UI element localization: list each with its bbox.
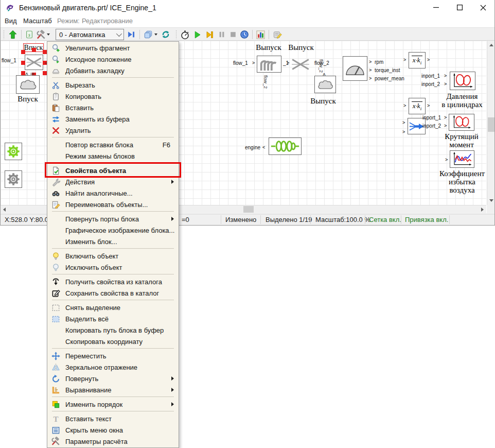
- stopwatch-button[interactable]: [179, 29, 190, 40]
- menu-item-rotate-block-ports[interactable]: Повернуть порты блока: [47, 213, 179, 225]
- menu-item-paste[interactable]: Вставить: [47, 102, 179, 113]
- menu-item-disable-object[interactable]: Исключить объект: [47, 262, 179, 273]
- tools-dropdown[interactable]: [45, 29, 51, 40]
- menu-item-change-order[interactable]: Изменить порядок: [47, 399, 179, 410]
- block-averager-2[interactable]: x·ki: [409, 98, 426, 114]
- menu-item-block-graphic[interactable]: Графическое изображение блока...: [47, 225, 179, 236]
- menu-item-repeat-block-insert[interactable]: Повтор вставки блокаF6: [47, 139, 179, 150]
- grid-status[interactable]: Сетка вкл.: [369, 216, 401, 223]
- menu-item-block-replace-mode[interactable]: Режим замены блоков: [47, 150, 179, 162]
- block-gear-green[interactable]: [5, 143, 22, 160]
- submenu-arrow-icon: [171, 217, 174, 221]
- menu-item-copy[interactable]: Копировать: [47, 91, 179, 102]
- step-forward-icon: [205, 30, 214, 39]
- block-formula: x·ki: [412, 101, 422, 111]
- menu-item-move[interactable]: Переместить: [47, 350, 179, 361]
- pipes-icon: [258, 57, 280, 72]
- menubar: Вид Масштаб Режим: Редактирование: [1, 15, 494, 27]
- toolbar-grip[interactable]: [3, 30, 5, 39]
- selection-handle[interactable]: [43, 71, 47, 75]
- app-logo-icon: [6, 4, 15, 13]
- block-chart-torque[interactable]: [449, 114, 474, 131]
- block-engine[interactable]: [269, 137, 302, 155]
- menu-item-delete[interactable]: Удалить: [47, 125, 179, 136]
- block-intake-source[interactable]: [16, 75, 40, 94]
- step-into-button[interactable]: [126, 29, 137, 40]
- simulation-time-button[interactable]: [239, 29, 250, 40]
- menu-item-insert-text[interactable]: Вставить текст: [47, 413, 179, 424]
- block-gear-gray[interactable]: [5, 170, 22, 188]
- menu-item-clear-selection[interactable]: Снять выделение: [47, 302, 179, 313]
- menu-separator: [52, 137, 174, 137]
- menu-item-rename-objects[interactable]: Переименовать объекты...: [47, 199, 179, 210]
- pause-button[interactable]: [216, 29, 227, 40]
- menu-item-copy-coordinate[interactable]: Скопировать координату: [47, 336, 179, 347]
- menu-item-actions[interactable]: Действия: [47, 176, 179, 187]
- menu-vid[interactable]: Вид: [5, 17, 17, 25]
- port-label: inport_2: [421, 81, 440, 87]
- menu-item-add-bookmark[interactable]: Добавить закладку: [47, 65, 179, 76]
- menu-masshtab[interactable]: Масштаб: [23, 17, 52, 25]
- throttle-valve-icon: [25, 57, 43, 68]
- menu-item-object-properties[interactable]: Свойства объекта: [47, 165, 179, 176]
- menu-item-save-properties-to-catalog[interactable]: Сохранить свойства в каталог: [47, 287, 179, 299]
- minimize-button[interactable]: [426, 0, 446, 15]
- scroll-up-icon[interactable]: [489, 44, 493, 46]
- calc-database-button[interactable]: [272, 29, 283, 40]
- menu-item-zoom-fragment[interactable]: Увеличить фрагмент: [47, 42, 179, 54]
- dropdown-arrow-icon: [47, 33, 50, 36]
- menu-item-rotate[interactable]: Повернуть: [47, 373, 179, 384]
- block-gauge[interactable]: [343, 56, 367, 81]
- scroll-left-icon[interactable]: [3, 208, 6, 212]
- charts-button[interactable]: [255, 29, 266, 40]
- menu-item-hide-window-menu[interactable]: Скрыть меню окна: [47, 424, 179, 436]
- stop-button[interactable]: [227, 29, 239, 40]
- go-to-parent-button[interactable]: [7, 29, 19, 40]
- menu-item-enable-object[interactable]: Включить объект: [47, 250, 179, 262]
- block-averager-1[interactable]: x·ki: [409, 52, 426, 68]
- selection-handle[interactable]: [21, 61, 25, 65]
- block-formula: x·ki: [412, 56, 422, 65]
- maximize-button[interactable]: [449, 0, 470, 15]
- selection-handle[interactable]: [32, 48, 36, 52]
- menu-item-select-all[interactable]: Выделить всё: [47, 313, 179, 324]
- block-caption: Выпуск: [288, 43, 314, 51]
- menu-item-get-properties-from-catalog[interactable]: Получить свойства из каталога: [47, 276, 179, 287]
- zoom-in-icon: [50, 43, 61, 53]
- block-intake-valve[interactable]: [25, 55, 43, 70]
- tools-button[interactable]: [35, 29, 46, 40]
- block-exhaust-manifold[interactable]: [257, 56, 281, 73]
- menu-item-mirror[interactable]: Зеркальное отражение: [47, 361, 179, 373]
- block-chart-lambda[interactable]: [450, 150, 474, 168]
- vertical-scroll-thumb[interactable]: [488, 117, 494, 132]
- menu-item-find-similar[interactable]: Найти аналогичные...: [47, 187, 179, 199]
- menu-separator: [52, 397, 174, 397]
- menu-item-edit-block[interactable]: Изменить блок...: [47, 236, 179, 247]
- scroll-down-icon[interactable]: [489, 199, 493, 202]
- vertical-scrollbar[interactable]: [487, 41, 494, 205]
- menu-item-calculation-parameters[interactable]: Параметры расчёта: [47, 436, 179, 447]
- horizontal-scroll-thumb[interactable]: [243, 206, 254, 213]
- layers-dropdown[interactable]: [153, 29, 159, 40]
- close-button[interactable]: [473, 0, 493, 15]
- xy-plot-icon: [450, 115, 473, 130]
- menu-item-cut[interactable]: Вырезать: [47, 79, 179, 91]
- scroll-right-icon[interactable]: [481, 208, 484, 212]
- block-exhaust-sink[interactable]: [314, 76, 336, 93]
- block-chart-pressure[interactable]: [450, 72, 475, 90]
- block-exhaust-valve[interactable]: [291, 58, 310, 71]
- menu-item-replace-from-clipboard[interactable]: Заменить из буфера: [47, 113, 179, 125]
- menu-item-initial-position[interactable]: Исходное положение: [47, 54, 179, 65]
- script-button[interactable]: [24, 29, 35, 40]
- step-forward-button[interactable]: [204, 29, 215, 40]
- toolbar-grip[interactable]: [175, 30, 177, 39]
- selection-handle[interactable]: [21, 50, 25, 54]
- run-button[interactable]: [191, 29, 203, 40]
- snap-status[interactable]: Привязка вкл.: [405, 216, 448, 223]
- menu-item-align[interactable]: Выравнивание: [47, 384, 179, 395]
- selection-handle[interactable]: [43, 50, 47, 54]
- mode-combobox[interactable]: 0 - Автоматика: [56, 29, 124, 40]
- layers-button[interactable]: [143, 29, 154, 40]
- refresh-button[interactable]: [160, 29, 171, 40]
- menu-item-copy-block-path[interactable]: Копировать путь блока в буфер: [47, 324, 179, 336]
